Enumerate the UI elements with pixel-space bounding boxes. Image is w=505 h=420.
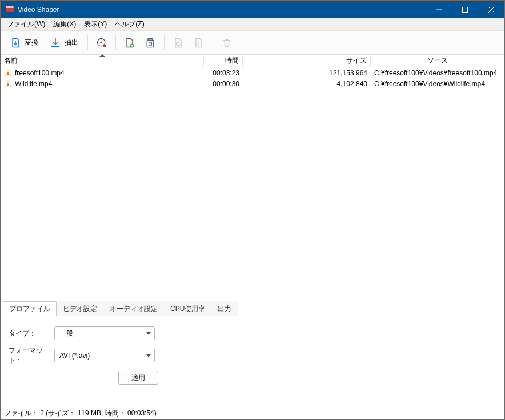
svg-line-15 [179, 45, 180, 46]
maximize-button[interactable] [452, 1, 478, 18]
menu-file[interactable]: ファイル(W) [3, 18, 49, 30]
format-combobox[interactable]: AVI (*.avi) [54, 349, 155, 362]
file-time: 00:03:23 [204, 69, 243, 77]
convert-icon [10, 37, 21, 49]
file-time: 00:00:30 [204, 80, 243, 88]
toolbar: 変換 抽出 [1, 31, 504, 55]
svg-rect-1 [6, 6, 14, 8]
file-source: C:¥freesoft100¥Videos¥freesoft100.mp4 [371, 69, 504, 77]
status-text: ファイル： 2 (サイズ： 119 MB, 時間： 00:03:54) [4, 409, 157, 418]
extract-button[interactable]: 抽出 [44, 35, 84, 51]
svg-marker-21 [6, 80, 9, 86]
tab-video[interactable]: ビデオ設定 [57, 301, 103, 316]
column-name[interactable]: 名前 [1, 55, 204, 67]
svg-point-14 [177, 42, 179, 45]
chevron-down-icon [146, 332, 151, 335]
preview-button[interactable] [168, 35, 189, 51]
copy-icon [145, 37, 156, 49]
trash-icon [221, 37, 233, 49]
svg-rect-19 [6, 75, 11, 76]
tab-profile[interactable]: プロファイル [3, 301, 57, 316]
minimize-button[interactable] [426, 1, 452, 18]
column-size[interactable]: サイズ [243, 55, 371, 67]
add-file-button[interactable] [119, 35, 140, 51]
video-file-icon [4, 80, 12, 88]
file-size: 121,153,964 [243, 69, 371, 77]
svg-rect-22 [6, 86, 11, 87]
sort-ascending-icon [99, 54, 105, 57]
svg-rect-3 [463, 7, 468, 12]
info-icon [193, 37, 205, 49]
menu-edit[interactable]: 編集(X) [49, 18, 80, 30]
svg-point-16 [198, 41, 199, 42]
file-list: freesoft100.mp4 00:03:23 121,153,964 C:¥… [1, 67, 504, 89]
video-file-icon [4, 69, 12, 77]
file-name: Wildlife.mp4 [15, 80, 52, 88]
svg-rect-13 [149, 42, 152, 45]
file-size: 4,102,840 [243, 80, 371, 88]
extract-icon [50, 37, 61, 49]
app-icon [5, 5, 14, 14]
type-label: タイプ： [9, 329, 54, 338]
svg-marker-18 [6, 69, 9, 75]
type-combobox[interactable]: 一般 [54, 326, 155, 340]
file-name: freesoft100.mp4 [15, 69, 65, 77]
status-bar: ファイル： 2 (サイズ： 119 MB, 時間： 00:03:54) [1, 407, 504, 419]
convert-button[interactable]: 変換 [4, 35, 44, 51]
svg-rect-20 [7, 71, 9, 71]
file-source: C:¥freesoft100¥Videos¥Wildlife.mp4 [371, 80, 504, 88]
type-value: 一般 [59, 329, 73, 338]
column-time[interactable]: 時間 [204, 55, 243, 67]
delete-button[interactable] [217, 35, 237, 51]
svg-rect-23 [7, 82, 9, 82]
settings-tabs: プロファイル ビデオ設定 オーディオ設定 CPU使用率 出力 [1, 301, 504, 316]
table-row[interactable]: freesoft100.mp4 00:03:23 121,153,964 C:¥… [1, 67, 504, 78]
chevron-down-icon [146, 354, 151, 357]
copy-button[interactable] [140, 35, 161, 51]
list-header: 名前 時間 サイズ ソース [1, 55, 504, 67]
svg-point-9 [103, 44, 106, 47]
apply-button[interactable]: 適用 [118, 371, 158, 385]
info-button[interactable] [189, 35, 209, 51]
menu-help[interactable]: ヘルプ(Z) [111, 18, 148, 30]
menu-view[interactable]: 表示(Y) [80, 18, 111, 30]
extract-label: 抽出 [65, 38, 78, 47]
tab-output[interactable]: 出力 [211, 301, 238, 316]
tab-cpu[interactable]: CPU使用率 [164, 301, 211, 316]
disc-button[interactable] [91, 35, 112, 51]
close-button[interactable] [478, 1, 504, 18]
svg-point-8 [101, 41, 102, 43]
preview-icon [173, 37, 184, 49]
menu-bar: ファイル(W) 編集(X) 表示(Y) ヘルプ(Z) [1, 18, 504, 31]
title-bar: Video Shaper [1, 1, 504, 18]
tab-audio[interactable]: オーディオ設定 [103, 301, 164, 316]
profile-panel: タイプ： 一般 フォーマット： AVI (*.avi) 適用 [1, 316, 504, 407]
format-value: AVI (*.avi) [59, 352, 90, 360]
add-file-icon [124, 37, 135, 49]
window-title: Video Shaper [18, 6, 59, 14]
format-label: フォーマット： [9, 346, 54, 365]
svg-rect-12 [147, 40, 154, 47]
convert-label: 変換 [25, 38, 38, 47]
disc-icon [96, 37, 107, 49]
column-source[interactable]: ソース [371, 55, 504, 67]
table-row[interactable]: Wildlife.mp4 00:00:30 4,102,840 C:¥frees… [1, 78, 504, 89]
